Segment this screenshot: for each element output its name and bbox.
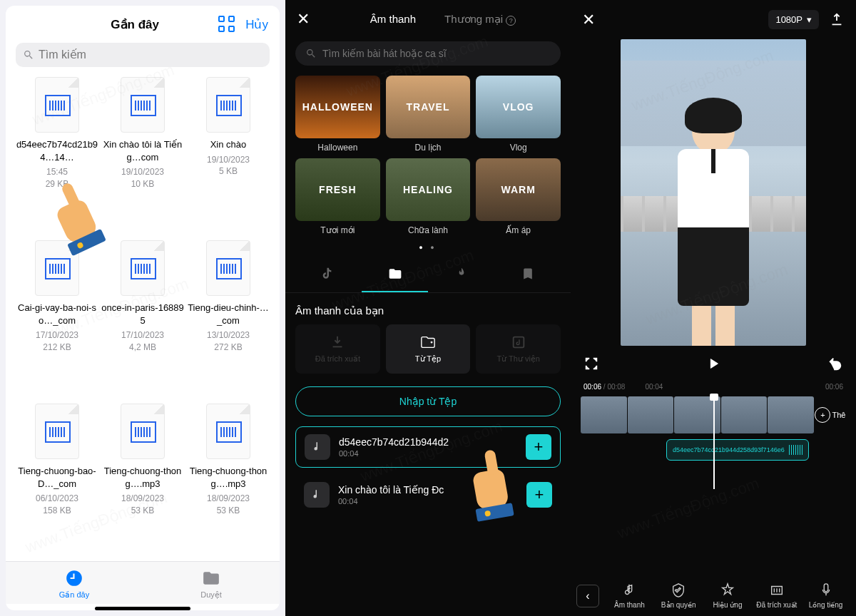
audio-tabs: Âm thanh Thương mại?: [327, 13, 559, 26]
tab-tiktok[interactable]: [295, 260, 362, 292]
category-item[interactable]: FRESHTươi mới: [295, 158, 380, 235]
close-icon[interactable]: ✕: [297, 10, 310, 29]
play-icon[interactable]: [705, 356, 721, 371]
tab-sound[interactable]: Âm thanh: [370, 13, 416, 26]
home-indicator[interactable]: [95, 607, 190, 610]
tool-effects[interactable]: Hiệu ứng: [703, 582, 753, 609]
playhead[interactable]: [713, 396, 715, 489]
tab-browse[interactable]: Duyệt: [143, 569, 280, 600]
tool-extracted[interactable]: Đã trích xuất: [752, 582, 801, 609]
back-button[interactable]: ‹: [576, 585, 599, 607]
section-title: Âm thanh của bạn: [285, 293, 571, 324]
tab-recent[interactable]: Gần đây: [6, 569, 143, 600]
page-dots[interactable]: ● ●: [285, 235, 571, 260]
cancel-button[interactable]: Hủy: [245, 17, 268, 32]
tool-copyright[interactable]: Bản quyền: [654, 582, 703, 609]
tab-trending[interactable]: [428, 260, 494, 292]
grid-view-icon[interactable]: [218, 16, 235, 33]
close-icon[interactable]: ✕: [582, 11, 595, 29]
source-extracted[interactable]: Đã trích xuất: [295, 324, 380, 374]
video-preview[interactable]: [621, 39, 806, 346]
search-input[interactable]: [322, 48, 551, 59]
search-icon: [23, 49, 34, 61]
file-item[interactable]: Tieng-chuong-thong….mp318/09/202353 KB: [101, 404, 184, 561]
category-item[interactable]: HEALINGChữa lành: [386, 158, 471, 235]
add-track-button[interactable]: +: [526, 482, 552, 508]
video-clip[interactable]: [721, 396, 768, 433]
tool-audio[interactable]: Âm thanh: [605, 582, 654, 609]
file-item[interactable]: Xin chào tôi là Tiếng…com19/10/202310 KB: [101, 77, 184, 235]
resolution-button[interactable]: 1080P ▾: [768, 10, 819, 29]
search-icon: [305, 48, 317, 59]
file-item[interactable]: Tieng-dieu-chinh-…_com13/10/2023272 KB: [187, 240, 270, 398]
category-item[interactable]: TRAVELDu lịch: [386, 76, 471, 153]
track-item[interactable]: Xin chào tôi là Tiếng Đc00:04+: [295, 475, 561, 515]
search-bar[interactable]: [295, 41, 561, 66]
video-clip[interactable]: [768, 396, 814, 433]
source-tabs: [285, 260, 571, 293]
svg-rect-0: [513, 337, 524, 348]
tab-folder[interactable]: [362, 260, 428, 292]
file-item[interactable]: Xin chào19/10/20235 KB: [187, 77, 270, 235]
category-item[interactable]: WARMẤm áp: [476, 158, 561, 235]
category-item[interactable]: VLOGVlog: [476, 76, 561, 153]
file-item[interactable]: Tieng-chuong-thong….mp318/09/202353 KB: [187, 404, 270, 561]
file-item[interactable]: once-in-paris-16889517/10/20234,2 MB: [101, 240, 184, 398]
file-item[interactable]: Tieng-chuong-bao-D…_com06/10/2023158 KB: [16, 404, 98, 561]
video-clip[interactable]: [628, 396, 674, 433]
page-title: Gần đây: [51, 17, 218, 32]
clock-icon: [65, 569, 83, 587]
search-input[interactable]: [39, 48, 263, 61]
search-bar[interactable]: [16, 43, 270, 67]
file-item[interactable]: Cai-gi-vay-ba-noi-so…_com17/10/2023212 K…: [16, 240, 98, 398]
add-track-button[interactable]: +: [526, 434, 551, 460]
add-clip-button[interactable]: +Thê: [815, 407, 846, 423]
source-file[interactable]: Từ Tệp: [386, 324, 471, 374]
export-icon[interactable]: [829, 12, 845, 28]
track-item[interactable]: d54eec7b74cd21b944d200:04+: [295, 426, 561, 468]
video-clip[interactable]: [581, 396, 627, 433]
bottom-tabs: Gần đây Duyệt: [6, 561, 280, 604]
help-icon[interactable]: ?: [506, 16, 516, 26]
files-header: Gần đây Hủy: [6, 6, 280, 43]
folder-icon: [202, 569, 220, 587]
category-item[interactable]: HALLOWEENHalloween: [295, 76, 380, 153]
tab-bookmark[interactable]: [494, 260, 561, 292]
fullscreen-icon[interactable]: [584, 356, 599, 371]
tab-commercial[interactable]: Thương mại?: [444, 13, 516, 26]
audio-clip[interactable]: d54eec7b74cd21b944d258d93f7146e6: [666, 439, 809, 461]
tool-voiceover[interactable]: Lồng tiếng: [801, 582, 850, 609]
source-library[interactable]: Từ Thư viện: [476, 324, 561, 374]
pointer-hand-icon: [472, 468, 510, 512]
timeline[interactable]: +Thê d54eec7b74cd21b944d258d93f7146e6: [571, 396, 856, 489]
toolbar: ‹ Âm thanh Bản quyền Hiệu ứng Đã trích x…: [571, 575, 856, 616]
import-button[interactable]: Nhập từ Tệp: [295, 386, 561, 416]
undo-icon[interactable]: [827, 356, 843, 371]
